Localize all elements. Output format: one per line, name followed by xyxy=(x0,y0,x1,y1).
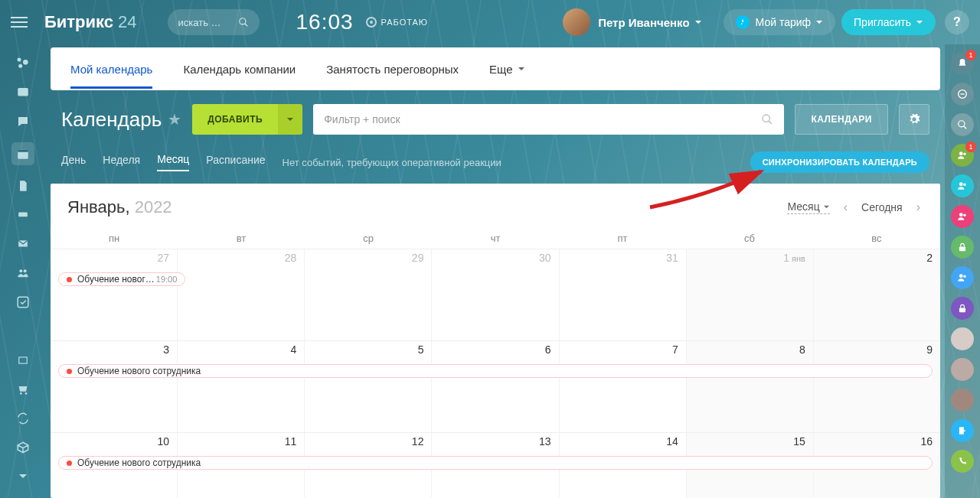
rail-user1-avatar[interactable] xyxy=(951,327,974,350)
day-cell[interactable]: 11 xyxy=(178,433,305,453)
tab-my-calendar[interactable]: Мой календарь xyxy=(70,50,152,89)
sync-calendar-button[interactable]: СИНХРОНИЗИРОВАТЬ КАЛЕНДАРЬ xyxy=(750,151,929,173)
view-schedule[interactable]: Расписание xyxy=(206,154,265,171)
rail-tasks-icon[interactable] xyxy=(15,84,31,101)
day-cell[interactable]: 6 xyxy=(432,341,559,361)
avatar[interactable] xyxy=(563,8,590,36)
day-cell[interactable]: 10 xyxy=(51,433,178,453)
svg-rect-8 xyxy=(18,213,28,217)
rail-circle-icon[interactable] xyxy=(951,83,974,106)
tab-company-calendar[interactable]: Календарь компании xyxy=(183,50,296,89)
day-cell[interactable]: 29 xyxy=(305,249,432,269)
day-cell[interactable]: 14 xyxy=(560,433,687,453)
day-cell[interactable]: 4 xyxy=(178,341,305,361)
svg-point-2 xyxy=(18,58,21,62)
view-day[interactable]: День xyxy=(61,154,86,171)
rail-group2-icon[interactable] xyxy=(951,174,974,197)
week-row: 27282930311янв2Обучение новог…19:00 xyxy=(51,249,940,341)
rail-group3-icon[interactable] xyxy=(951,205,974,228)
work-status[interactable]: РАБОТАЮ xyxy=(366,17,428,28)
day-cell[interactable]: 8 xyxy=(687,341,814,361)
rail-mail-icon[interactable] xyxy=(15,236,31,252)
add-button[interactable]: ДОБАВИТЬ xyxy=(192,104,278,135)
rail-window-icon[interactable] xyxy=(15,352,31,369)
rail-check-icon[interactable] xyxy=(15,294,31,311)
rail-lock2-icon[interactable] xyxy=(951,297,974,320)
view-month[interactable]: Месяц xyxy=(157,153,189,171)
group-badge: 1 xyxy=(965,142,976,152)
day-cell[interactable]: 2 xyxy=(814,249,940,269)
help-button[interactable]: ? xyxy=(945,10,969,34)
rail-box-icon[interactable] xyxy=(15,439,31,456)
day-cell[interactable]: 9 xyxy=(814,341,940,361)
rail-group1-icon[interactable]: 1 xyxy=(951,144,974,167)
day-cell[interactable]: 3 xyxy=(51,341,178,361)
svg-point-3 xyxy=(23,60,28,65)
logo[interactable]: Битрикс 24 xyxy=(44,12,137,32)
day-cell[interactable]: 7 xyxy=(560,341,687,361)
star-icon[interactable]: ★ xyxy=(168,110,181,129)
filter-search[interactable]: Фильтр + поиск xyxy=(313,104,784,135)
bell-badge: 1 xyxy=(965,50,976,60)
tab-more[interactable]: Еще xyxy=(489,50,525,89)
settings-button[interactable] xyxy=(899,104,929,135)
day-cell[interactable]: 16 xyxy=(814,433,940,453)
svg-point-19 xyxy=(959,151,963,155)
calendar-event[interactable]: Обучение новог…19:00 xyxy=(58,272,185,286)
rail-filter-icon[interactable] xyxy=(15,323,31,340)
rail-lock-icon[interactable] xyxy=(951,236,974,259)
svg-point-15 xyxy=(25,392,28,395)
rail-user2-avatar[interactable] xyxy=(951,358,974,381)
rail-chat-icon[interactable] xyxy=(15,113,31,130)
rail-drive-icon[interactable] xyxy=(15,207,31,223)
rail-doc-icon[interactable] xyxy=(15,177,31,194)
svg-rect-28 xyxy=(959,308,965,312)
rail-calendar-icon[interactable] xyxy=(11,142,34,165)
rail-feed-icon[interactable] xyxy=(15,55,31,72)
rail-cart-icon[interactable] xyxy=(15,381,31,398)
invite-button[interactable]: Пригласить xyxy=(841,9,936,35)
tariff-button[interactable]: Мой тариф xyxy=(724,9,835,35)
calendar-event[interactable]: Обучение нового сотрудника xyxy=(58,456,933,470)
prev-period[interactable]: ‹ xyxy=(841,200,851,214)
search-icon xyxy=(761,113,773,125)
hamburger-icon[interactable] xyxy=(11,14,28,31)
day-cell[interactable]: 27 xyxy=(51,249,178,269)
day-cell[interactable]: 28 xyxy=(178,249,305,269)
calendars-button[interactable]: КАЛЕНДАРИ xyxy=(795,104,888,135)
add-dropdown[interactable] xyxy=(278,104,302,135)
day-cell[interactable]: 15 xyxy=(687,433,814,453)
day-cell[interactable]: 5 xyxy=(305,341,432,361)
day-cell[interactable]: 1янв xyxy=(687,249,814,269)
rail-group4-icon[interactable] xyxy=(951,266,974,289)
rail-bell-icon[interactable]: 1 xyxy=(951,52,974,75)
rail-phone-icon[interactable] xyxy=(951,450,974,473)
svg-point-20 xyxy=(963,153,966,156)
svg-point-11 xyxy=(24,269,27,272)
day-cell[interactable]: 13 xyxy=(432,433,559,453)
rail-user3-avatar[interactable] xyxy=(951,389,974,412)
rail-search-icon[interactable] xyxy=(951,113,974,136)
day-cell[interactable]: 30 xyxy=(432,249,559,269)
svg-line-30 xyxy=(769,121,772,124)
today-button[interactable]: Сегодня xyxy=(861,201,903,213)
rail-sync-icon[interactable] xyxy=(15,410,31,427)
search-icon xyxy=(238,17,249,28)
logo-suffix: 24 xyxy=(118,12,136,32)
next-period[interactable]: › xyxy=(913,200,923,214)
rail-export-icon[interactable] xyxy=(951,419,974,442)
period-selector[interactable]: Месяц xyxy=(787,200,829,214)
calendar-event[interactable]: Обучение нового сотрудника xyxy=(58,364,933,378)
svg-point-17 xyxy=(959,121,965,127)
rail-more-icon[interactable] xyxy=(15,468,31,485)
page-title: Календарь ★ xyxy=(61,108,181,132)
rail-team-icon[interactable] xyxy=(15,265,31,282)
global-search[interactable]: искать … xyxy=(168,9,260,35)
svg-point-23 xyxy=(959,213,963,216)
view-week[interactable]: Неделя xyxy=(103,154,140,171)
svg-rect-12 xyxy=(18,297,28,308)
tab-meeting-rooms[interactable]: Занятость переговорных xyxy=(326,50,459,89)
username-menu[interactable]: Петр Иванченко xyxy=(598,16,701,29)
day-cell[interactable]: 12 xyxy=(305,433,432,453)
day-cell[interactable]: 31 xyxy=(560,249,687,269)
